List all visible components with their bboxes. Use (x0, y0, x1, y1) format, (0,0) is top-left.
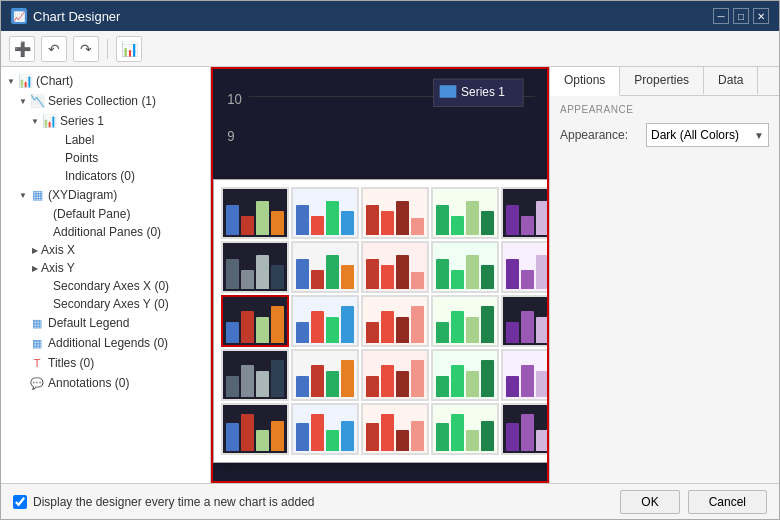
tab-data[interactable]: Data (704, 67, 758, 95)
tree-item-additional-panes[interactable]: ▼ Additional Panes (0) (1, 223, 210, 241)
tree-arrow: ▶ (29, 244, 41, 256)
tree-item-default-legend[interactable]: ▼ ▦ Default Legend (1, 313, 210, 333)
tree-arrow: ▼ (5, 75, 17, 87)
palette-item[interactable] (361, 295, 429, 347)
palette-item[interactable] (431, 241, 499, 293)
tree-arrow: ▶ (29, 262, 41, 274)
palette-item[interactable] (291, 349, 359, 401)
tree-item-secondary-axes-x[interactable]: ▼ Secondary Axes X (0) (1, 277, 210, 295)
tree-label: Series 1 (60, 114, 104, 128)
tree-label: Secondary Axes Y (0) (53, 297, 169, 311)
tree-item-label[interactable]: ▼ Label (1, 131, 210, 149)
palette-item[interactable] (431, 403, 499, 455)
chart-area: 10 9 A B C D E 0 (211, 67, 549, 483)
tree-item-axis-x[interactable]: ▶ Axis X (1, 241, 210, 259)
palette-item[interactable] (361, 403, 429, 455)
palette-item[interactable] (221, 187, 289, 239)
series-icon: 📉 (29, 93, 45, 109)
palette-item[interactable] (291, 403, 359, 455)
palette-item[interactable] (221, 403, 289, 455)
chart-icon: 📊 (17, 73, 33, 89)
palette-item[interactable] (361, 349, 429, 401)
tree-item-secondary-axes-y[interactable]: ▼ Secondary Axes Y (0) (1, 295, 210, 313)
redo-button[interactable]: ↷ (73, 36, 99, 62)
palette-item[interactable] (361, 241, 429, 293)
tree-item-annotations[interactable]: ▼ 💬 Annotations (0) (1, 373, 210, 393)
main-window: 📈 Chart Designer ─ □ ✕ ➕ ↶ ↷ 📊 ▼ 📊 (Char… (0, 0, 780, 520)
tree-item-indicators[interactable]: ▼ Indicators (0) (1, 167, 210, 185)
tree-item-points[interactable]: ▼ Points (1, 149, 210, 167)
appearance-select[interactable]: Dark (All Colors) ▼ (646, 123, 769, 147)
bottom-bar: Display the designer every time a new ch… (1, 483, 779, 519)
window-title: Chart Designer (33, 9, 120, 24)
tree-label: Default Legend (48, 316, 129, 330)
palette-item[interactable] (291, 241, 359, 293)
display-checkbox-label: Display the designer every time a new ch… (33, 495, 314, 509)
maximize-button[interactable]: □ (733, 8, 749, 24)
tree-label: Axis X (41, 243, 75, 257)
annotation-icon: 💬 (29, 375, 45, 391)
bottom-left: Display the designer every time a new ch… (13, 495, 314, 509)
svg-text:10: 10 (227, 92, 242, 107)
tree-label: Points (65, 151, 98, 165)
palette-item[interactable] (431, 187, 499, 239)
undo-button[interactable]: ↶ (41, 36, 67, 62)
tree-label: Series Collection (1) (48, 94, 156, 108)
tree-label: Axis Y (41, 261, 75, 275)
tree-item-titles[interactable]: ▼ T Titles (0) (1, 353, 210, 373)
diagram-icon: ▦ (29, 187, 45, 203)
palette-item[interactable] (501, 241, 549, 293)
tree-label: Label (65, 133, 94, 147)
svg-text:Series 1: Series 1 (461, 85, 505, 99)
palette-item[interactable] (221, 295, 289, 347)
svg-rect-17 (440, 85, 457, 97)
bar-icon: 📊 (41, 113, 57, 129)
add-button[interactable]: ➕ (9, 36, 35, 62)
tree-label: (XYDiagram) (48, 188, 117, 202)
ok-button[interactable]: OK (620, 490, 679, 514)
cancel-button[interactable]: Cancel (688, 490, 767, 514)
appearance-section-label: APPEARANCE (560, 104, 769, 115)
tree-arrow: ▼ (29, 115, 41, 127)
appearance-label: Appearance: (560, 128, 640, 142)
palette-item[interactable] (501, 295, 549, 347)
tree-label: Annotations (0) (48, 376, 129, 390)
palette-item[interactable] (291, 187, 359, 239)
app-icon: 📈 (11, 8, 27, 24)
palette-item[interactable] (431, 349, 499, 401)
minimize-button[interactable]: ─ (713, 8, 729, 24)
tree-label: Secondary Axes X (0) (53, 279, 169, 293)
tree-item-default-pane[interactable]: ▼ (Default Pane) (1, 205, 210, 223)
title-icon: T (29, 355, 45, 371)
tree-label: Indicators (0) (65, 169, 135, 183)
toolbar: ➕ ↶ ↷ 📊 (1, 31, 779, 67)
palette-item[interactable] (501, 403, 549, 455)
palette-item[interactable] (221, 349, 289, 401)
tree-item-series-collection[interactable]: ▼ 📉 Series Collection (1) (1, 91, 210, 111)
tree-item-chart[interactable]: ▼ 📊 (Chart) (1, 71, 210, 91)
palette-item[interactable] (431, 295, 499, 347)
tree-item-additional-legends[interactable]: ▼ ▦ Additional Legends (0) (1, 333, 210, 353)
palette-item[interactable] (221, 241, 289, 293)
palette-item[interactable] (361, 187, 429, 239)
tree-item-series1[interactable]: ▼ 📊 Series 1 (1, 111, 210, 131)
title-bar: 📈 Chart Designer ─ □ ✕ (1, 1, 779, 31)
dropdown-arrow-icon: ▼ (754, 130, 764, 141)
tree-label: (Chart) (36, 74, 73, 88)
svg-text:9: 9 (227, 129, 234, 144)
tree-item-xydiagram[interactable]: ▼ ▦ (XYDiagram) (1, 185, 210, 205)
tree-item-axis-y[interactable]: ▶ Axis Y (1, 259, 210, 277)
appearance-value: Dark (All Colors) (651, 128, 739, 142)
legend-icon: ▦ (29, 315, 45, 331)
close-button[interactable]: ✕ (753, 8, 769, 24)
tree-label: Additional Legends (0) (48, 336, 168, 350)
tab-options[interactable]: Options (550, 67, 620, 96)
tree-label: Additional Panes (0) (53, 225, 161, 239)
tree-label: (Default Pane) (53, 207, 130, 221)
palette-item[interactable] (501, 349, 549, 401)
palette-item[interactable] (291, 295, 359, 347)
tab-properties[interactable]: Properties (620, 67, 704, 95)
chart-type-button[interactable]: 📊 (116, 36, 142, 62)
palette-item[interactable] (501, 187, 549, 239)
display-checkbox[interactable] (13, 495, 27, 509)
